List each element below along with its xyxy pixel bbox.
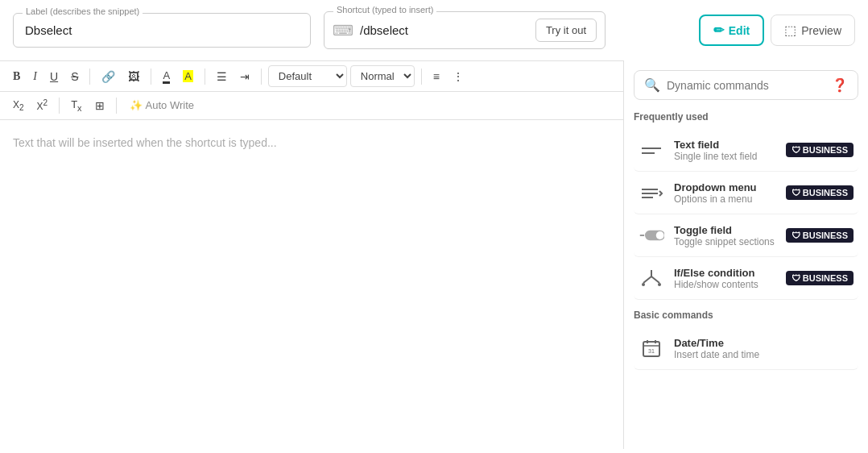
keyboard-icon: ⌨ xyxy=(333,22,353,39)
svg-line-10 xyxy=(651,276,659,283)
label-input[interactable] xyxy=(13,13,311,48)
badge-label-dd: BUSINESS xyxy=(803,188,848,197)
toggle-name: Toggle field xyxy=(674,224,776,236)
shortcut-input[interactable] xyxy=(360,23,529,37)
toolbar-divider-3 xyxy=(205,69,205,85)
highlight-button[interactable]: A xyxy=(178,67,198,85)
command-datetime[interactable]: 31 Date/Time Insert date and time xyxy=(634,327,858,370)
bold-icon: B xyxy=(13,70,20,83)
indent-icon: ⇥ xyxy=(240,70,250,83)
editor-content[interactable]: Text that will be inserted when the shor… xyxy=(0,120,623,449)
toolbar-divider-6 xyxy=(59,98,60,114)
table-icon: ⊞ xyxy=(95,99,105,112)
try-it-out-button[interactable]: Try it out xyxy=(535,19,597,42)
text-field-text: Text field Single line text field xyxy=(674,139,776,162)
toolbar-divider-2 xyxy=(151,69,151,85)
shield-icon-tf: 🛡 xyxy=(792,145,800,155)
help-icon[interactable]: ❓ xyxy=(832,77,848,93)
ifelse-desc: Hide/show contents xyxy=(674,279,776,290)
toolbar-divider-5 xyxy=(421,69,422,85)
edit-label: Edit xyxy=(729,24,750,37)
text-field-desc: Single line text field xyxy=(674,151,776,162)
editor-placeholder: Text that will be inserted when the shor… xyxy=(13,136,277,149)
align-button[interactable]: ☰ xyxy=(212,67,232,86)
image-button[interactable]: 🖼 xyxy=(123,67,144,86)
top-actions: ✏ Edit ⬚ Preview xyxy=(699,15,855,46)
italic-icon: I xyxy=(33,70,37,83)
auto-write-button[interactable]: ✨ Auto Write xyxy=(123,96,200,114)
svg-point-7 xyxy=(656,231,664,239)
command-text-field[interactable]: Text field Single line text field 🛡 BUSI… xyxy=(634,129,858,172)
strikethrough-button[interactable]: S xyxy=(66,67,83,86)
shield-icon-dd: 🛡 xyxy=(792,188,800,197)
ifelse-text: If/Else condition Hide/show contents xyxy=(674,267,776,290)
datetime-icon: 31 xyxy=(639,335,664,361)
toolbar-divider-1 xyxy=(89,69,90,85)
command-toggle-field[interactable]: Toggle field Toggle snippet sections 🛡 B… xyxy=(634,214,858,257)
svg-point-12 xyxy=(658,283,661,286)
underline-icon: U xyxy=(50,70,58,83)
style-select[interactable]: Default Heading 1 Heading 2 xyxy=(268,65,347,87)
shield-icon-ie: 🛡 xyxy=(792,273,800,283)
ordered-list-icon: ≡ xyxy=(433,70,440,83)
dynamic-commands-search[interactable] xyxy=(667,79,825,92)
subscript-icon: X2 xyxy=(13,99,24,112)
strike-icon: S xyxy=(71,70,78,83)
font-color-button[interactable]: A xyxy=(158,66,175,87)
text-field-badge: 🛡 BUSINESS xyxy=(786,143,854,157)
ifelse-icon xyxy=(639,265,664,291)
datetime-text: Date/Time Insert date and time xyxy=(674,337,854,360)
size-select[interactable]: Normal Small Large xyxy=(350,65,415,87)
clear-format-icon: Tx xyxy=(71,98,81,113)
datetime-name: Date/Time xyxy=(674,337,854,349)
font-color-icon: A xyxy=(163,69,170,84)
link-icon: 🔗 xyxy=(101,70,115,83)
label-field-label: Label (describes the snippet) xyxy=(23,6,143,16)
superscript-icon: X2 xyxy=(37,98,48,112)
toolbar-row2: X2 X2 Tx ⊞ ✨ Auto Write xyxy=(0,92,623,120)
svg-text:31: 31 xyxy=(648,348,655,354)
image-icon: 🖼 xyxy=(128,70,139,83)
ordered-list-button[interactable]: ≡ xyxy=(428,67,444,86)
text-field-name: Text field xyxy=(674,139,776,151)
shield-icon-tg: 🛡 xyxy=(792,231,800,240)
toolbar-divider-7 xyxy=(116,98,117,114)
badge-label-tf: BUSINESS xyxy=(803,145,848,155)
label-field-container: Label (describes the snippet) xyxy=(13,13,311,48)
toolbar-divider-4 xyxy=(261,69,262,85)
shortcut-field-label: Shortcut (typed to insert) xyxy=(333,5,436,15)
dropdown-name: Dropdown menu xyxy=(674,181,776,193)
bold-button[interactable]: B xyxy=(8,67,25,86)
preview-label: Preview xyxy=(801,24,841,37)
toggle-badge: 🛡 BUSINESS xyxy=(786,228,854,243)
dropdown-badge: 🛡 BUSINESS xyxy=(786,185,854,200)
subscript-button[interactable]: X2 xyxy=(8,96,29,115)
shortcut-inner: ⌨ Try it out xyxy=(324,11,606,49)
clear-format-button[interactable]: Tx xyxy=(66,95,86,116)
italic-button[interactable]: I xyxy=(28,67,42,86)
sidebar: 🔍 ❓ Frequently used Text field Single li… xyxy=(624,60,868,449)
indent-button[interactable]: ⇥ xyxy=(235,67,254,86)
unordered-list-button[interactable]: ⋮ xyxy=(448,67,469,86)
dropdown-menu-icon xyxy=(639,180,664,206)
search-box: 🔍 ❓ xyxy=(634,70,858,100)
align-icon: ☰ xyxy=(217,70,227,83)
frequently-used-label: Frequently used xyxy=(634,111,858,123)
toggle-desc: Toggle snippet sections xyxy=(674,236,776,247)
magic-icon: ✨ xyxy=(130,99,143,111)
toggle-text: Toggle field Toggle snippet sections xyxy=(674,224,776,247)
top-bar: Label (describes the snippet) Shortcut (… xyxy=(0,0,868,60)
command-ifelse[interactable]: If/Else condition Hide/show contents 🛡 B… xyxy=(634,257,858,300)
preview-button[interactable]: ⬚ Preview xyxy=(771,15,855,46)
command-dropdown-menu[interactable]: Dropdown menu Options in a menu 🛡 BUSINE… xyxy=(634,172,858,214)
ifelse-name: If/Else condition xyxy=(674,267,776,279)
underline-button[interactable]: U xyxy=(45,67,63,86)
dropdown-text: Dropdown menu Options in a menu xyxy=(674,181,776,205)
superscript-button[interactable]: X2 xyxy=(32,95,53,115)
link-button[interactable]: 🔗 xyxy=(97,67,120,86)
editor-panel: B I U S 🔗 🖼 A A xyxy=(0,60,624,449)
edit-button[interactable]: ✏ Edit xyxy=(699,15,764,46)
text-field-icon xyxy=(639,137,664,163)
auto-write-label: Auto Write xyxy=(146,99,194,111)
table-button[interactable]: ⊞ xyxy=(90,96,110,115)
